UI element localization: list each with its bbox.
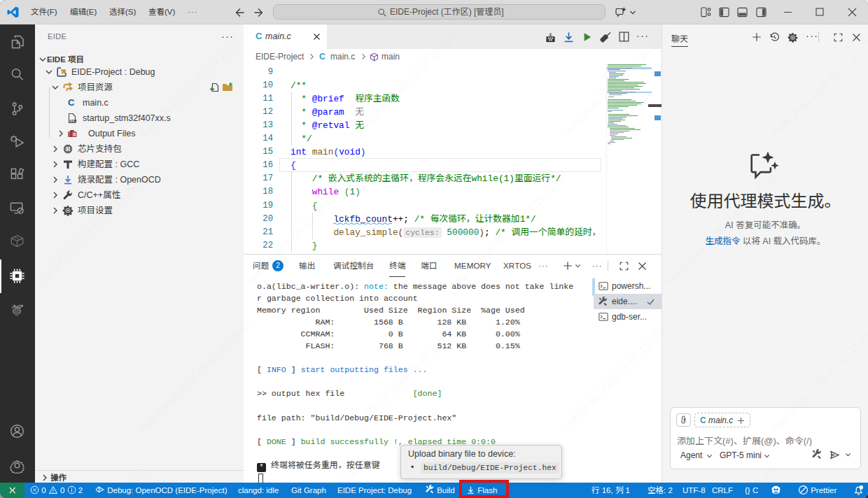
svg-text:ASM: ASM [69,120,76,123]
